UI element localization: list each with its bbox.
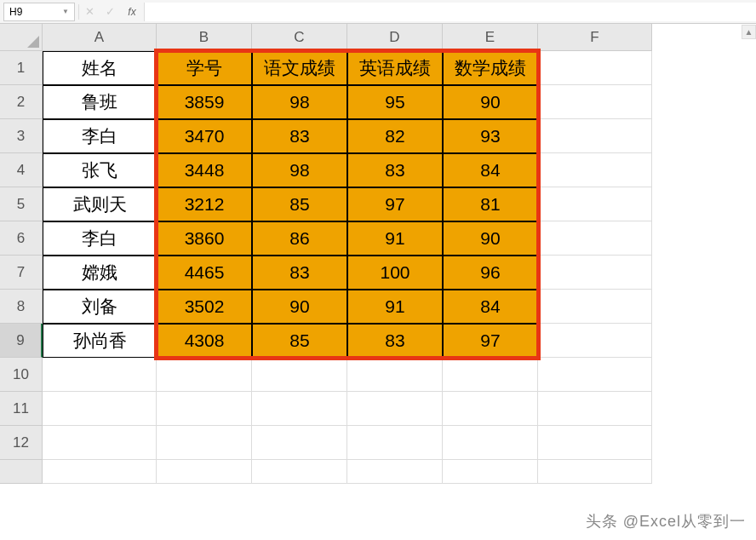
cell[interactable] (347, 358, 443, 392)
cell[interactable] (538, 290, 652, 324)
table-cell[interactable]: 84 (443, 153, 538, 187)
cell[interactable] (43, 426, 157, 460)
table-cell[interactable]: 83 (347, 153, 443, 187)
cell[interactable] (538, 460, 652, 484)
row-header-9[interactable]: 9 (0, 324, 43, 358)
cell[interactable] (538, 221, 652, 256)
row-header-12[interactable]: 12 (0, 426, 43, 460)
table-cell[interactable]: 98 (252, 85, 347, 119)
table-cell[interactable]: 刘备 (43, 290, 157, 324)
cell[interactable] (157, 358, 252, 392)
table-cell[interactable]: 83 (252, 119, 347, 153)
column-header-E[interactable]: E (443, 24, 538, 51)
cell[interactable] (252, 358, 347, 392)
table-cell[interactable]: 96 (443, 256, 538, 290)
table-cell[interactable]: 83 (347, 324, 443, 358)
cell[interactable] (538, 358, 652, 392)
table-cell[interactable]: 97 (443, 324, 538, 358)
table-cell[interactable]: 3470 (157, 119, 252, 153)
cell[interactable] (43, 392, 157, 426)
column-header-B[interactable]: B (157, 24, 252, 51)
table-header-cell[interactable]: 姓名 (43, 51, 157, 85)
table-cell[interactable]: 李白 (43, 119, 157, 153)
column-header-C[interactable]: C (252, 24, 347, 51)
table-cell[interactable]: 95 (347, 85, 443, 119)
table-cell[interactable]: 李白 (43, 221, 157, 256)
table-cell[interactable]: 100 (347, 256, 443, 290)
cell[interactable] (538, 324, 652, 358)
cell[interactable] (538, 153, 652, 187)
cell[interactable] (157, 426, 252, 460)
row-header-1[interactable]: 1 (0, 51, 43, 85)
table-header-cell[interactable]: 数学成绩 (443, 51, 538, 85)
cell[interactable] (43, 358, 157, 392)
table-header-cell[interactable]: 英语成绩 (347, 51, 443, 85)
table-cell[interactable]: 3859 (157, 85, 252, 119)
cell[interactable] (252, 426, 347, 460)
table-cell[interactable]: 鲁班 (43, 85, 157, 119)
row-header-8[interactable]: 8 (0, 290, 43, 324)
table-cell[interactable]: 83 (252, 256, 347, 290)
cell[interactable] (538, 426, 652, 460)
table-header-cell[interactable]: 学号 (157, 51, 252, 85)
cell[interactable] (347, 392, 443, 426)
table-cell[interactable]: 90 (252, 290, 347, 324)
table-cell[interactable]: 3860 (157, 221, 252, 256)
table-cell[interactable]: 98 (252, 153, 347, 187)
table-cell[interactable]: 孙尚香 (43, 324, 157, 358)
cell[interactable] (252, 460, 347, 484)
table-cell[interactable]: 张飞 (43, 153, 157, 187)
table-cell[interactable]: 84 (443, 290, 538, 324)
table-cell[interactable]: 85 (252, 187, 347, 221)
column-header-A[interactable]: A (43, 24, 157, 51)
name-box[interactable]: H9 ▼ (3, 3, 75, 21)
table-cell[interactable]: 91 (347, 221, 443, 256)
cell[interactable] (443, 426, 538, 460)
table-cell[interactable]: 嫦娥 (43, 256, 157, 290)
column-header-F[interactable]: F (538, 24, 652, 51)
row-header-2[interactable]: 2 (0, 85, 43, 119)
table-cell[interactable]: 90 (443, 85, 538, 119)
table-header-cell[interactable]: 语文成绩 (252, 51, 347, 85)
cell[interactable] (538, 392, 652, 426)
cell[interactable] (538, 119, 652, 153)
cell[interactable] (252, 392, 347, 426)
table-cell[interactable]: 3212 (157, 187, 252, 221)
cell[interactable] (443, 358, 538, 392)
chevron-down-icon[interactable]: ▼ (62, 8, 69, 15)
cell[interactable] (443, 460, 538, 484)
cell[interactable] (347, 460, 443, 484)
row-header-4[interactable]: 4 (0, 153, 43, 187)
cell[interactable] (43, 460, 157, 484)
table-cell[interactable]: 91 (347, 290, 443, 324)
row-header-5[interactable]: 5 (0, 187, 43, 221)
row-header-10[interactable]: 10 (0, 358, 43, 392)
row-header-7[interactable]: 7 (0, 256, 43, 290)
column-header-D[interactable]: D (347, 24, 443, 51)
table-cell[interactable]: 82 (347, 119, 443, 153)
cell[interactable] (538, 187, 652, 221)
table-cell[interactable]: 4308 (157, 324, 252, 358)
cell[interactable] (157, 460, 252, 484)
row-header-6[interactable]: 6 (0, 221, 43, 256)
table-cell[interactable]: 90 (443, 221, 538, 256)
cell[interactable] (538, 256, 652, 290)
fx-button[interactable]: fx (120, 3, 140, 21)
table-cell[interactable]: 85 (252, 324, 347, 358)
cell[interactable] (443, 392, 538, 426)
table-cell[interactable]: 81 (443, 187, 538, 221)
table-cell[interactable]: 4465 (157, 256, 252, 290)
row-header-13[interactable] (0, 460, 43, 484)
table-cell[interactable]: 3448 (157, 153, 252, 187)
cell[interactable] (157, 392, 252, 426)
table-cell[interactable]: 97 (347, 187, 443, 221)
table-cell[interactable]: 86 (252, 221, 347, 256)
cell[interactable] (538, 51, 652, 85)
cell[interactable] (347, 426, 443, 460)
formula-input[interactable] (144, 3, 756, 21)
table-cell[interactable]: 武则天 (43, 187, 157, 221)
row-header-3[interactable]: 3 (0, 119, 43, 153)
table-cell[interactable]: 93 (443, 119, 538, 153)
select-all-corner[interactable] (0, 24, 43, 51)
table-cell[interactable]: 3502 (157, 290, 252, 324)
